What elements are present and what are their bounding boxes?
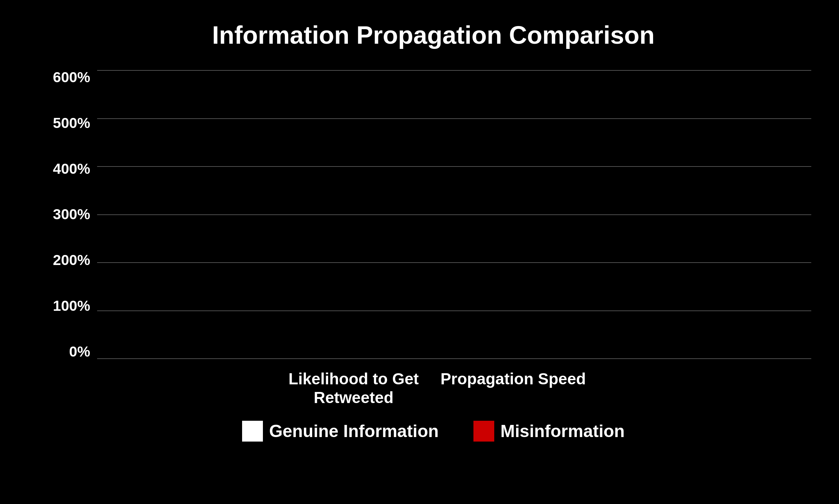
y-label-500: 500% xyxy=(53,116,90,130)
bars-area xyxy=(97,70,811,359)
y-label-200: 200% xyxy=(53,253,90,267)
y-axis: 600% 500% 400% 300% 200% 100% 0% xyxy=(55,70,97,359)
x-label-retweet: Likelihood to Get Retweeted xyxy=(274,369,434,407)
x-labels: Likelihood to Get Retweeted Propagation … xyxy=(239,369,628,407)
legend-swatch-misinfo xyxy=(473,421,494,442)
legend: Genuine Information Misinformation xyxy=(242,421,625,442)
y-label-400: 400% xyxy=(53,162,90,176)
x-label-speed: Propagation Speed xyxy=(434,369,593,407)
legend-misinfo: Misinformation xyxy=(473,421,625,442)
y-label-300: 300% xyxy=(53,207,90,222)
plot-area xyxy=(97,70,811,359)
chart-title: Information Propagation Comparison xyxy=(212,21,654,49)
chart-container: Information Propagation Comparison 600% … xyxy=(0,0,839,504)
legend-swatch-genuine xyxy=(242,421,263,442)
legend-genuine: Genuine Information xyxy=(242,421,439,442)
legend-label-misinfo: Misinformation xyxy=(500,421,625,441)
y-label-0: 0% xyxy=(69,344,90,359)
chart-body: 600% 500% 400% 300% 200% 100% 0% xyxy=(55,70,811,359)
legend-label-genuine: Genuine Information xyxy=(269,421,439,441)
y-label-600: 600% xyxy=(53,70,90,85)
y-label-100: 100% xyxy=(53,299,90,313)
